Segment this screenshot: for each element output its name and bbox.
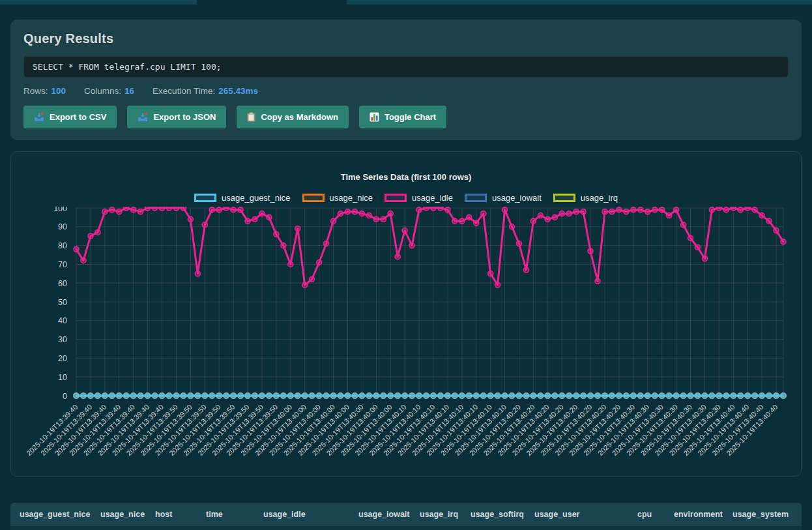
chart-title: Time Series Data (first 100 rows) (11, 172, 801, 182)
legend-swatch-usage_iowait (465, 194, 487, 202)
data-point-usage_idle (609, 209, 615, 214)
legend-label-usage_nice: usage_nice (330, 193, 373, 203)
data-point-usage_guest_nice (452, 393, 457, 398)
data-point-usage_guest_nice (595, 393, 600, 398)
data-point-usage_guest_nice (431, 393, 436, 398)
data-point-usage_guest_nice (495, 393, 500, 398)
y-axis-tick-label: 20 (58, 354, 67, 363)
data-point-usage_idle (152, 207, 158, 211)
data-point-usage_guest_nice (166, 393, 171, 398)
data-point-usage_idle (745, 207, 750, 211)
execution-time-value: 265.43ms (218, 86, 258, 96)
data-point-usage_idle (638, 207, 643, 213)
data-point-usage_idle (345, 209, 350, 214)
data-point-usage_idle (709, 207, 714, 213)
data-point-usage_guest_nice (573, 393, 579, 398)
data-point-usage_idle (145, 207, 151, 211)
export-json-button[interactable]: Export to JSON (127, 106, 226, 128)
y-axis-tick-label: 80 (58, 241, 67, 250)
data-point-usage_idle (667, 213, 672, 218)
sql-query-display: SELECT * FROM telegraf.cpu LIMIT 100; (23, 56, 789, 78)
data-point-usage_guest_nice (324, 393, 329, 398)
data-point-usage_idle (695, 244, 700, 250)
data-point-usage_idle (538, 213, 543, 218)
data-point-usage_guest_nice (523, 393, 529, 398)
data-point-usage_idle (173, 207, 179, 211)
legend-item-usage_irq[interactable]: usage_irq (553, 193, 618, 203)
data-point-usage_idle (74, 246, 79, 252)
legend-item-usage_idle[interactable]: usage_idle (384, 193, 453, 203)
legend-item-usage_guest_nice[interactable]: usage_guest_nice (194, 193, 291, 203)
data-point-usage_guest_nice (709, 393, 714, 398)
data-point-usage_guest_nice (131, 393, 136, 398)
rows-label: Rows: (23, 86, 48, 96)
y-axis-tick-label: 90 (58, 222, 67, 231)
data-point-usage_guest_nice (395, 393, 400, 398)
data-point-usage_guest_nice (245, 393, 250, 398)
data-point-usage_idle (488, 271, 493, 276)
top-app-strip-gap (197, 0, 347, 5)
data-point-usage_idle (359, 211, 364, 216)
data-point-usage_guest_nice (530, 393, 536, 398)
copy-markdown-button[interactable]: Copy as Markdown (237, 106, 348, 128)
export-csv-button[interactable]: Export to CSV (23, 106, 117, 128)
data-point-usage_idle (302, 282, 308, 287)
data-point-usage_guest_nice (745, 393, 750, 398)
data-point-usage_guest_nice (238, 393, 243, 398)
data-point-usage_guest_nice (259, 393, 265, 398)
data-point-usage_idle (88, 233, 93, 239)
legend-item-usage_iowait[interactable]: usage_iowait (465, 193, 542, 203)
data-point-usage_idle (573, 209, 579, 214)
data-point-usage_guest_nice (445, 393, 450, 398)
data-point-usage_idle (109, 207, 115, 213)
data-point-usage_guest_nice (652, 393, 658, 398)
data-point-usage_idle (402, 228, 407, 233)
data-point-usage_idle (723, 207, 729, 213)
data-point-usage_guest_nice (752, 393, 757, 398)
data-point-usage_idle (552, 214, 557, 220)
data-point-usage_guest_nice (781, 393, 786, 398)
data-point-usage_idle (160, 207, 165, 211)
data-point-usage_guest_nice (117, 393, 122, 398)
data-point-usage_idle (774, 228, 779, 233)
data-point-usage_guest_nice (195, 393, 200, 398)
data-point-usage_idle (416, 207, 422, 213)
data-point-usage_guest_nice (624, 393, 629, 398)
data-point-usage_idle (338, 211, 343, 216)
data-point-usage_guest_nice (459, 393, 465, 398)
data-point-usage_guest_nice (731, 393, 736, 398)
column-header-usage_idle: usage_idle (263, 510, 358, 519)
data-point-usage_idle (652, 207, 658, 213)
data-point-usage_idle (81, 258, 86, 263)
legend-item-usage_nice[interactable]: usage_nice (302, 193, 373, 203)
data-point-usage_idle (581, 209, 586, 214)
data-point-usage_idle (366, 213, 371, 218)
y-axis-tick-label: 10 (58, 373, 67, 382)
columns-stat: Columns:16 (84, 86, 134, 96)
data-point-usage_idle (645, 209, 650, 214)
data-point-usage_idle (295, 226, 300, 231)
data-point-usage_guest_nice (274, 393, 279, 398)
inbox-tray-icon (34, 112, 44, 122)
data-point-usage_idle (324, 241, 329, 246)
y-axis-tick-label: 70 (58, 260, 67, 269)
data-point-usage_guest_nice (581, 393, 586, 398)
data-point-usage_idle (681, 222, 686, 228)
data-point-usage_idle (452, 218, 457, 224)
data-point-usage_idle (731, 207, 736, 211)
data-point-usage_guest_nice (588, 393, 593, 398)
data-point-usage_guest_nice (716, 393, 721, 398)
column-header-usage_nice: usage_nice (100, 510, 155, 519)
data-point-usage_idle (738, 207, 743, 213)
legend-swatch-usage_idle (384, 194, 407, 202)
data-point-usage_guest_nice (559, 393, 564, 398)
data-point-usage_guest_nice (474, 393, 479, 398)
toggle-chart-button[interactable]: Toggle Chart (359, 106, 446, 128)
series-line-usage_idle (76, 208, 783, 285)
data-point-usage_idle (95, 229, 100, 235)
data-point-usage_guest_nice (209, 393, 214, 398)
data-point-usage_idle (616, 207, 622, 213)
result-table-first-row (10, 526, 802, 530)
data-point-usage_idle (424, 207, 429, 211)
data-point-usage_guest_nice (409, 393, 414, 398)
